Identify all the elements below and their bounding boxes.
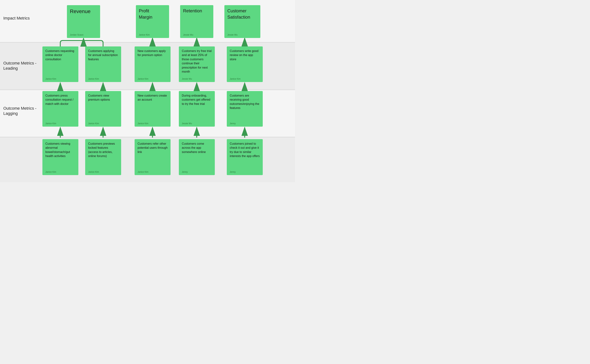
card-retention: Retention Jessie Wu — [180, 5, 213, 38]
lagging-label: Outcome Metrics -Lagging — [3, 100, 37, 116]
annual-sub-owner: Janice Kim — [88, 78, 118, 80]
joined-check-owner: Jenny — [230, 171, 260, 173]
profit-margin-text: ProfitMargin — [139, 8, 166, 20]
page: Impact Metrics Outcome Metrics - Leading… — [0, 0, 295, 182]
card-annual-sub: Customers applying for annual subscripti… — [85, 46, 121, 82]
card-refer-users: Customers refer other potential users th… — [135, 139, 170, 175]
refer-users-text: Customers refer other potential users th… — [138, 142, 168, 154]
refer-users-owner: Janice Kim — [138, 171, 168, 173]
card-profit-margin: ProfitMargin Janice Kim — [136, 5, 169, 38]
premium-apply-text: New customers apply for premium option — [138, 49, 168, 57]
viewing-bowel-owner: Janice Kim — [45, 171, 75, 173]
card-online-consult: Customers requesting online doctor consu… — [42, 46, 78, 82]
online-consult-owner: Janice Kim — [45, 78, 75, 80]
locked-features-owner: Janice Kim — [88, 171, 118, 173]
come-across-owner: Jenny — [182, 171, 212, 173]
revenue-text: Revenue — [70, 8, 97, 15]
card-free-trial: Customers try free trial and at least 25… — [179, 46, 215, 82]
press-consult-owner: Janice Kim — [45, 122, 75, 125]
come-across-text: Customers come across the app somewhere … — [182, 142, 212, 154]
press-consult-text: Customers press consultation request / m… — [45, 94, 75, 106]
revenue-owner: Jordan Scavo — [70, 33, 97, 36]
good-review-owner: Janice Kim — [230, 78, 260, 80]
free-trial-owner: Jessie Wu — [182, 78, 212, 80]
card-come-across: Customers come across the app somewhere … — [179, 139, 215, 175]
card-press-consult: Customers press consultation request / m… — [42, 91, 78, 127]
card-view-premium: Customers view premium options Janice Ki… — [85, 91, 121, 127]
card-viewing-bowel: Customers viewing abnormal bowel/stomach… — [42, 139, 78, 175]
locked-features-text: Customers previews locked features (acce… — [88, 142, 118, 158]
impact-label: Impact Metrics — [3, 16, 30, 21]
joined-check-text: Customers joined to check it out and giv… — [230, 142, 260, 158]
onboarding-trial-owner: Jessie Wu — [182, 122, 212, 125]
premium-apply-owner: Janice Kim — [138, 78, 168, 80]
card-joined-check: Customers joined to check it out and giv… — [227, 139, 263, 175]
card-good-review: Customers write good review on the app s… — [227, 46, 263, 82]
card-onboarding-trial: During onboarding, customers get offered… — [179, 91, 215, 127]
view-premium-text: Customers view premium options — [88, 94, 118, 102]
view-premium-owner: Janice Kim — [88, 122, 118, 125]
good-outcomes-text: Customers are receiving good outcomes/en… — [230, 94, 260, 110]
card-locked-features: Customers previews locked features (acce… — [85, 139, 121, 175]
create-account-text: New customers create an account — [138, 94, 168, 102]
leading-label: Outcome Metrics - Leading — [3, 55, 37, 71]
card-good-outcomes: Customers are receiving good outcomes/en… — [227, 91, 263, 127]
viewing-bowel-text: Customers viewing abnormal bowel/stomach… — [45, 142, 75, 158]
card-customer-satisfaction: CustomerSatisfaction Jessie Wu — [224, 5, 260, 38]
customer-satisfaction-owner: Jessie Wu — [227, 33, 257, 36]
annual-sub-text: Customers applying for annual subscripti… — [88, 49, 118, 61]
card-create-account: New customers create an account Janice K… — [135, 91, 170, 127]
retention-text: Retention — [183, 8, 210, 14]
online-consult-text: Customers requesting online doctor consu… — [45, 49, 75, 61]
onboarding-trial-text: During onboarding, customers get offered… — [182, 94, 212, 106]
free-trial-text: Customers try free trial and at least 25… — [182, 49, 212, 74]
retention-owner: Jessie Wu — [183, 33, 210, 36]
card-premium-apply: New customers apply for premium option J… — [135, 46, 170, 82]
good-review-text: Customers write good review on the app s… — [230, 49, 260, 61]
create-account-owner: Janice Kim — [138, 122, 168, 125]
card-revenue: Revenue Jordan Scavo — [67, 5, 100, 38]
customer-satisfaction-text: CustomerSatisfaction — [227, 8, 257, 20]
profit-margin-owner: Janice Kim — [139, 33, 166, 36]
good-outcomes-owner: Jenny — [230, 122, 260, 125]
